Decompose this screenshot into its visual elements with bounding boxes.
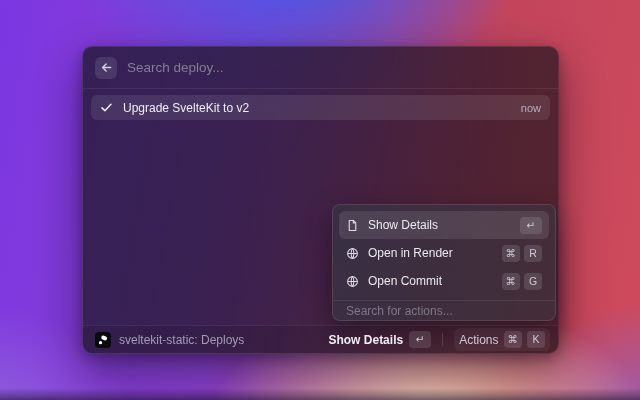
actions-menu: Show Details ↵ Open in Render ⌘ R <box>332 204 556 321</box>
list-item-deploy[interactable]: Upgrade SvelteKit to v2 now <box>91 95 550 120</box>
deploy-timestamp: now <box>521 102 541 114</box>
menu-item-open-in-render[interactable]: Open in Render ⌘ R <box>339 239 549 267</box>
search-input[interactable] <box>127 60 546 75</box>
r-key: R <box>524 245 542 262</box>
actions-button-label: Actions <box>459 333 498 347</box>
render-logo-icon <box>95 332 111 348</box>
command-palette-window: Upgrade SvelteKit to v2 now Show Details… <box>82 46 559 354</box>
check-icon <box>100 101 113 114</box>
menu-item-label: Show Details <box>368 218 438 232</box>
k-key: K <box>527 331 545 348</box>
command-key-icon: ⌘ <box>504 331 523 348</box>
primary-action-label[interactable]: Show Details <box>328 333 403 347</box>
menu-item-label: Open Commit <box>368 274 442 288</box>
status-actions: Show Details ↵ Actions ⌘ K <box>328 328 550 351</box>
command-key-icon: ⌘ <box>502 273 521 290</box>
menu-item-show-details[interactable]: Show Details ↵ <box>339 211 549 239</box>
globe-icon <box>346 275 359 288</box>
return-key-icon: ↵ <box>520 217 542 234</box>
arrow-left-icon <box>100 61 113 74</box>
menu-item-open-commit[interactable]: Open Commit ⌘ G <box>339 267 549 295</box>
shortcut-keys: ⌘ G <box>502 273 543 290</box>
g-key: G <box>524 273 542 290</box>
app-chip: sveltekit-static: Deploys <box>95 332 244 348</box>
command-key-icon: ⌘ <box>502 245 521 262</box>
desktop-background: { "window": { "search": { "placeholder":… <box>0 0 640 400</box>
menu-item-label: Open in Render <box>368 246 453 260</box>
actions-search-row <box>339 301 549 320</box>
shortcut-keys: ⌘ R <box>502 245 543 262</box>
status-bar: sveltekit-static: Deploys Show Details ↵… <box>83 325 558 353</box>
back-button[interactable] <box>95 57 117 79</box>
divider <box>442 333 443 346</box>
return-key-icon: ↵ <box>409 331 431 348</box>
globe-icon <box>346 247 359 260</box>
context-label: sveltekit-static: Deploys <box>119 333 244 347</box>
document-icon <box>346 219 359 232</box>
actions-button[interactable]: Actions ⌘ K <box>454 328 550 351</box>
shortcut-keys: ↵ <box>520 217 542 234</box>
deploy-title: Upgrade SvelteKit to v2 <box>123 101 249 115</box>
actions-search-input[interactable] <box>346 304 542 318</box>
search-bar <box>83 47 558 89</box>
